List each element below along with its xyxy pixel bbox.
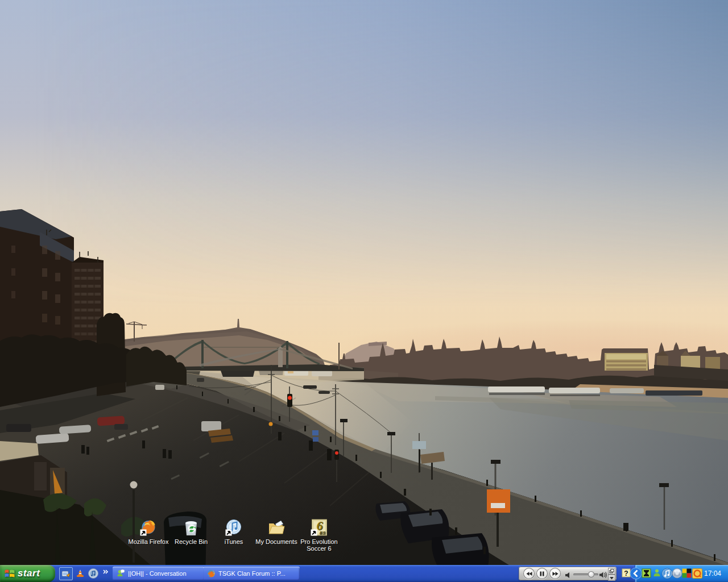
- svg-text:ES: ES: [320, 530, 326, 535]
- svg-text:?: ?: [624, 569, 628, 577]
